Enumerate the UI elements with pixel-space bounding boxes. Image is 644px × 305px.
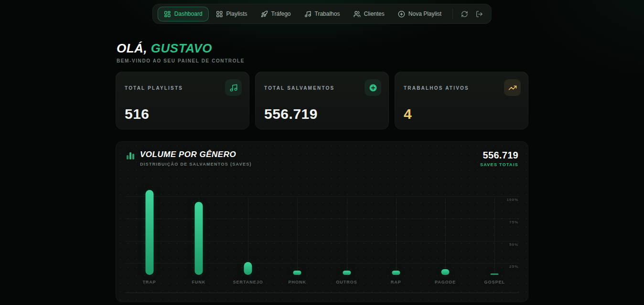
bar-phonk[interactable] <box>293 271 301 275</box>
chart-column-sertanejo[interactable] <box>224 191 273 275</box>
chart-column-gospel[interactable] <box>470 191 519 275</box>
chart-total-label: SAVES TOTAIS <box>480 162 518 167</box>
category-label-sertanejo: SERTANEJO <box>224 280 273 284</box>
category-gridline <box>396 198 397 275</box>
bar-outros[interactable] <box>343 271 351 275</box>
refresh-icon <box>461 11 468 18</box>
nav-item-trabalhos[interactable]: Trabalhos <box>298 7 346 21</box>
stat-card-trabalhos-ativos: TRABALHOS ATIVOS 4 <box>395 72 528 129</box>
nav-label: Clientes <box>364 11 384 17</box>
trending-up-icon <box>508 84 517 92</box>
top-navbar: Dashboard Playlists Tráfego Trabalhos Cl… <box>152 4 492 24</box>
rocket-icon <box>261 11 268 18</box>
chart-columns <box>125 191 519 275</box>
chart-total-value: 556.719 <box>480 150 518 161</box>
bar-funk[interactable] <box>194 202 203 275</box>
stat-card-total-salvamentos: TOTAL SALVAMENTOS 556.719 <box>255 72 389 129</box>
chart-column-trap[interactable] <box>125 191 174 275</box>
stat-label: TRABALHOS ATIVOS <box>404 85 469 91</box>
greeting-subtitle: BEM-VINDO AO SEU PAINEL DE CONTROLE <box>117 58 245 63</box>
category-label-rap: RAP <box>371 280 420 284</box>
stat-icon-box <box>365 79 381 96</box>
stat-icon-box <box>225 79 242 96</box>
nav-label: Nova Playlist <box>408 11 441 17</box>
music-note-icon <box>229 84 238 92</box>
chart-column-funk[interactable] <box>174 191 223 275</box>
chart-title: VOLUME POR GÊNERO <box>140 150 252 159</box>
nav-item-playlists[interactable]: Playlists <box>210 7 254 21</box>
chart-axis-line <box>125 293 519 293</box>
category-label-trap: TRAP <box>125 280 174 284</box>
bar-pagode[interactable] <box>441 269 450 275</box>
nav-item-trafego[interactable]: Tráfego <box>255 7 297 21</box>
chart-column-phonk[interactable] <box>273 191 322 275</box>
category-label-phonk: PHONK <box>273 280 322 284</box>
greeting-username: GUSTAVO <box>147 41 212 55</box>
users-icon <box>353 11 360 18</box>
chart-subtitle: DISTRIBUIÇÃO DE SALVAMENTOS (SAVES) <box>140 162 252 167</box>
nav-label: Tráfego <box>271 11 291 17</box>
stat-label: TOTAL SALVAMENTOS <box>264 85 334 91</box>
category-label-gospel: GOSPEL <box>470 280 519 284</box>
dashboard-grid-icon <box>164 11 171 18</box>
refresh-button[interactable] <box>458 8 472 21</box>
stat-value: 556.719 <box>264 106 318 122</box>
greeting-section: OLÁ, GUSTAVO BEM-VINDO AO SEU PAINEL DE … <box>117 41 245 63</box>
category-label-outros: OUTROS <box>322 280 371 284</box>
bar-trap[interactable] <box>145 190 153 275</box>
chart-plot-area: 100% 75% 50% 25% <box>125 191 519 275</box>
logout-button[interactable] <box>472 8 486 21</box>
stat-value: 4 <box>404 106 412 122</box>
bar-gospel[interactable] <box>491 273 499 275</box>
plus-circle-icon <box>398 11 405 18</box>
nav-item-dashboard[interactable]: Dashboard <box>158 7 209 21</box>
bar-chart-icon <box>126 151 135 160</box>
category-label-funk: FUNK <box>174 280 223 284</box>
chart-column-rap[interactable] <box>371 191 420 275</box>
category-gridline <box>297 198 298 275</box>
page-title: OLÁ, GUSTAVO <box>117 41 245 56</box>
stat-card-total-playlists: TOTAL PLAYLISTS 516 <box>116 72 249 129</box>
category-gridline <box>347 198 347 275</box>
greeting-hello: OLÁ, <box>117 41 147 55</box>
stats-row: TOTAL PLAYLISTS 516 TOTAL SALVAMENTOS 55… <box>116 72 528 129</box>
nav-item-nova-playlist[interactable]: Nova Playlist <box>392 7 448 21</box>
chart-header: VOLUME POR GÊNERO DISTRIBUIÇÃO DE SALVAM… <box>126 150 518 167</box>
volume-chart-card: VOLUME POR GÊNERO DISTRIBUIÇÃO DE SALVAM… <box>116 141 528 302</box>
bar-sertanejo[interactable] <box>244 262 252 275</box>
nav-label: Playlists <box>226 11 247 17</box>
nav-label: Dashboard <box>174 11 203 17</box>
plus-circle-filled-icon <box>369 84 377 92</box>
category-gridline <box>445 198 446 275</box>
category-gridline <box>494 198 495 275</box>
stat-label: TOTAL PLAYLISTS <box>125 85 183 91</box>
grid-icon <box>216 11 223 18</box>
category-label-pagode: PAGODE <box>421 280 470 284</box>
music-note-icon <box>304 11 311 18</box>
nav-item-clientes[interactable]: Clientes <box>347 7 390 21</box>
stat-value: 516 <box>125 106 150 122</box>
chart-category-labels: TRAPFUNKSERTANEJOPHONKOUTROSRAPPAGODEGOS… <box>125 280 519 284</box>
stat-icon-box <box>504 79 521 96</box>
chart-column-pagode[interactable] <box>421 191 470 275</box>
logout-icon <box>476 11 483 18</box>
chart-column-outros[interactable] <box>322 191 371 275</box>
bar-rap[interactable] <box>392 271 400 275</box>
nav-label: Trabalhos <box>315 11 340 17</box>
nav-divider <box>452 9 453 19</box>
